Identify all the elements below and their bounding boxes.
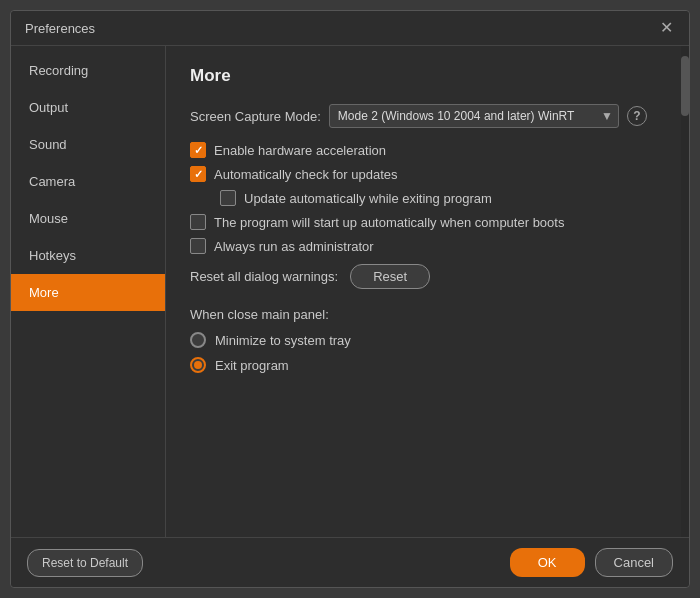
auto-check-label: Automatically check for updates [214, 167, 398, 182]
page-title: More [190, 66, 665, 86]
exit-label: Exit program [215, 358, 289, 373]
sidebar-item-mouse[interactable]: Mouse [11, 200, 165, 237]
startup-row: The program will start up automatically … [190, 214, 665, 230]
reset-dialog-label: Reset all dialog warnings: [190, 269, 338, 284]
scrollbar-thumb[interactable] [681, 56, 689, 116]
exit-radio[interactable] [190, 357, 206, 373]
admin-checkbox[interactable] [190, 238, 206, 254]
screen-capture-label: Screen Capture Mode: [190, 109, 321, 124]
exit-radio-row: Exit program [190, 357, 665, 373]
title-bar: Preferences ✕ [11, 11, 689, 46]
sidebar-item-output[interactable]: Output [11, 89, 165, 126]
minimize-radio[interactable] [190, 332, 206, 348]
reset-default-button[interactable]: Reset to Default [27, 549, 143, 577]
cancel-button[interactable]: Cancel [595, 548, 673, 577]
footer: Reset to Default OK Cancel [11, 537, 689, 587]
ok-button[interactable]: OK [510, 548, 585, 577]
sidebar-item-camera[interactable]: Camera [11, 163, 165, 200]
startup-label: The program will start up automatically … [214, 215, 564, 230]
footer-right: OK Cancel [510, 548, 673, 577]
update-exit-label: Update automatically while exiting progr… [244, 191, 492, 206]
hw-accel-checkbox[interactable] [190, 142, 206, 158]
sidebar-item-hotkeys[interactable]: Hotkeys [11, 237, 165, 274]
sidebar-item-recording[interactable]: Recording [11, 52, 165, 89]
content-area: More Screen Capture Mode: Mode 2 (Window… [166, 46, 689, 537]
minimize-label: Minimize to system tray [215, 333, 351, 348]
sidebar: Recording Output Sound Camera Mouse Hotk… [11, 46, 166, 537]
footer-left: Reset to Default [27, 549, 143, 577]
auto-check-row: Automatically check for updates [190, 166, 665, 182]
hw-accel-row: Enable hardware acceleration [190, 142, 665, 158]
screen-capture-select[interactable]: Mode 2 (Windows 10 2004 and later) WinRT… [329, 104, 619, 128]
preferences-dialog: Preferences ✕ Recording Output Sound Cam… [10, 10, 690, 588]
dialog-title: Preferences [25, 21, 95, 36]
main-area: Recording Output Sound Camera Mouse Hotk… [11, 46, 689, 537]
reset-dialog-row: Reset all dialog warnings: Reset [190, 264, 665, 289]
screen-capture-row: Screen Capture Mode: Mode 2 (Windows 10 … [190, 104, 665, 128]
help-icon[interactable]: ? [627, 106, 647, 126]
sidebar-item-more[interactable]: More [11, 274, 165, 311]
startup-checkbox[interactable] [190, 214, 206, 230]
minimize-radio-row: Minimize to system tray [190, 332, 665, 348]
hw-accel-label: Enable hardware acceleration [214, 143, 386, 158]
admin-row: Always run as administrator [190, 238, 665, 254]
scrollbar-track [681, 46, 689, 537]
update-exit-checkbox[interactable] [220, 190, 236, 206]
auto-check-checkbox[interactable] [190, 166, 206, 182]
close-button[interactable]: ✕ [657, 19, 675, 37]
close-panel-label: When close main panel: [190, 307, 665, 322]
update-exit-row: Update automatically while exiting progr… [220, 190, 665, 206]
screen-capture-select-wrapper: Mode 2 (Windows 10 2004 and later) WinRT… [329, 104, 619, 128]
sidebar-item-sound[interactable]: Sound [11, 126, 165, 163]
admin-label: Always run as administrator [214, 239, 374, 254]
reset-dialog-button[interactable]: Reset [350, 264, 430, 289]
